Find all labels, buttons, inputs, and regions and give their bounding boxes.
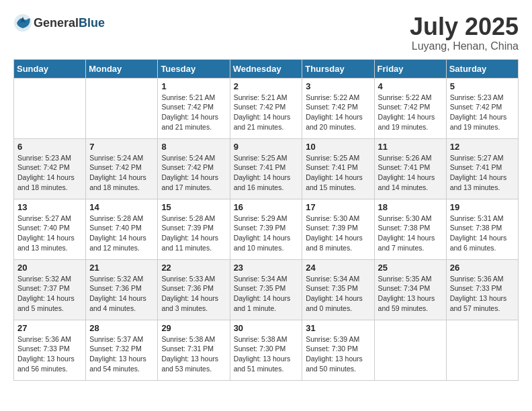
logo: GeneralBlue <box>13 13 105 32</box>
calendar-day-cell: 14Sunrise: 5:28 AM Sunset: 7:40 PM Dayli… <box>86 199 158 259</box>
calendar-day-cell: 1Sunrise: 5:21 AM Sunset: 7:42 PM Daylig… <box>158 78 230 138</box>
calendar-day-cell: 25Sunrise: 5:35 AM Sunset: 7:34 PM Dayli… <box>374 259 446 320</box>
day-number: 18 <box>378 202 443 212</box>
day-number: 10 <box>306 142 370 152</box>
calendar-day-cell: 30Sunrise: 5:38 AM Sunset: 7:30 PM Dayli… <box>230 320 302 380</box>
weekday-header-row: SundayMondayTuesdayWednesdayThursdayFrid… <box>14 59 519 78</box>
logo-general: General <box>34 16 79 30</box>
day-number: 28 <box>89 323 154 333</box>
calendar-day-cell <box>374 320 446 380</box>
calendar-day-cell: 20Sunrise: 5:32 AM Sunset: 7:37 PM Dayli… <box>14 259 86 320</box>
day-detail: Sunrise: 5:22 AM Sunset: 7:42 PM Dayligh… <box>306 93 370 132</box>
day-number: 29 <box>161 323 226 333</box>
day-detail: Sunrise: 5:25 AM Sunset: 7:41 PM Dayligh… <box>234 153 299 193</box>
calendar-day-cell: 3Sunrise: 5:22 AM Sunset: 7:42 PM Daylig… <box>302 78 374 138</box>
day-detail: Sunrise: 5:28 AM Sunset: 7:39 PM Dayligh… <box>161 214 226 253</box>
weekday-header: Friday <box>374 59 446 78</box>
day-detail: Sunrise: 5:21 AM Sunset: 7:42 PM Dayligh… <box>234 93 299 132</box>
day-number: 15 <box>161 202 226 212</box>
logo-text: GeneralBlue <box>34 16 105 30</box>
calendar-day-cell: 8Sunrise: 5:24 AM Sunset: 7:42 PM Daylig… <box>158 138 230 199</box>
day-number: 17 <box>306 202 370 212</box>
day-detail: Sunrise: 5:36 AM Sunset: 7:33 PM Dayligh… <box>17 334 82 374</box>
day-number: 1 <box>161 81 226 91</box>
calendar-week-row: 20Sunrise: 5:32 AM Sunset: 7:37 PM Dayli… <box>14 259 519 320</box>
day-detail: Sunrise: 5:24 AM Sunset: 7:42 PM Dayligh… <box>161 153 226 193</box>
day-number: 26 <box>450 263 515 273</box>
day-number: 16 <box>234 202 299 212</box>
day-detail: Sunrise: 5:26 AM Sunset: 7:41 PM Dayligh… <box>378 153 443 193</box>
calendar-day-cell: 7Sunrise: 5:24 AM Sunset: 7:42 PM Daylig… <box>86 138 158 199</box>
day-detail: Sunrise: 5:34 AM Sunset: 7:35 PM Dayligh… <box>234 274 299 314</box>
day-number: 14 <box>89 202 154 212</box>
day-number: 7 <box>89 142 154 152</box>
day-number: 11 <box>378 142 443 152</box>
day-number: 27 <box>17 323 82 333</box>
calendar-day-cell: 12Sunrise: 5:27 AM Sunset: 7:41 PM Dayli… <box>446 138 518 199</box>
day-detail: Sunrise: 5:30 AM Sunset: 7:39 PM Dayligh… <box>306 214 370 253</box>
day-detail: Sunrise: 5:36 AM Sunset: 7:33 PM Dayligh… <box>450 274 515 314</box>
day-detail: Sunrise: 5:33 AM Sunset: 7:36 PM Dayligh… <box>161 274 226 314</box>
calendar-day-cell: 11Sunrise: 5:26 AM Sunset: 7:41 PM Dayli… <box>374 138 446 199</box>
calendar-day-cell: 27Sunrise: 5:36 AM Sunset: 7:33 PM Dayli… <box>14 320 86 380</box>
day-detail: Sunrise: 5:37 AM Sunset: 7:32 PM Dayligh… <box>89 334 154 374</box>
weekday-header: Saturday <box>446 59 518 78</box>
day-detail: Sunrise: 5:27 AM Sunset: 7:40 PM Dayligh… <box>17 214 82 253</box>
calendar-day-cell: 21Sunrise: 5:32 AM Sunset: 7:36 PM Dayli… <box>86 259 158 320</box>
calendar-day-cell: 13Sunrise: 5:27 AM Sunset: 7:40 PM Dayli… <box>14 199 86 259</box>
weekday-header: Sunday <box>14 59 86 78</box>
day-detail: Sunrise: 5:32 AM Sunset: 7:36 PM Dayligh… <box>89 274 154 314</box>
day-detail: Sunrise: 5:32 AM Sunset: 7:37 PM Dayligh… <box>17 274 82 314</box>
calendar-title: July 2025 <box>410 13 519 40</box>
calendar-day-cell: 19Sunrise: 5:31 AM Sunset: 7:38 PM Dayli… <box>446 199 518 259</box>
calendar-day-cell: 15Sunrise: 5:28 AM Sunset: 7:39 PM Dayli… <box>158 199 230 259</box>
logo-icon <box>13 13 32 32</box>
calendar-day-cell: 2Sunrise: 5:21 AM Sunset: 7:42 PM Daylig… <box>230 78 302 138</box>
calendar-week-row: 1Sunrise: 5:21 AM Sunset: 7:42 PM Daylig… <box>14 78 519 138</box>
day-number: 22 <box>161 263 226 273</box>
calendar-day-cell: 31Sunrise: 5:39 AM Sunset: 7:30 PM Dayli… <box>302 320 374 380</box>
day-detail: Sunrise: 5:24 AM Sunset: 7:42 PM Dayligh… <box>89 153 154 193</box>
title-area: July 2025 Luyang, Henan, China <box>410 13 519 52</box>
day-number: 6 <box>17 142 82 152</box>
day-number: 25 <box>378 263 443 273</box>
calendar-day-cell: 18Sunrise: 5:30 AM Sunset: 7:38 PM Dayli… <box>374 199 446 259</box>
calendar-day-cell: 4Sunrise: 5:22 AM Sunset: 7:42 PM Daylig… <box>374 78 446 138</box>
calendar-day-cell <box>14 78 86 138</box>
calendar-day-cell: 10Sunrise: 5:25 AM Sunset: 7:41 PM Dayli… <box>302 138 374 199</box>
calendar-day-cell: 29Sunrise: 5:38 AM Sunset: 7:31 PM Dayli… <box>158 320 230 380</box>
weekday-header: Tuesday <box>158 59 230 78</box>
calendar-day-cell: 9Sunrise: 5:25 AM Sunset: 7:41 PM Daylig… <box>230 138 302 199</box>
calendar-week-row: 6Sunrise: 5:23 AM Sunset: 7:42 PM Daylig… <box>14 138 519 199</box>
day-number: 13 <box>17 202 82 212</box>
day-number: 12 <box>450 142 515 152</box>
calendar-week-row: 27Sunrise: 5:36 AM Sunset: 7:33 PM Dayli… <box>14 320 519 380</box>
weekday-header: Thursday <box>302 59 374 78</box>
day-detail: Sunrise: 5:30 AM Sunset: 7:38 PM Dayligh… <box>378 214 443 253</box>
day-detail: Sunrise: 5:25 AM Sunset: 7:41 PM Dayligh… <box>306 153 370 193</box>
calendar-day-cell <box>446 320 518 380</box>
day-number: 4 <box>378 81 443 91</box>
day-number: 8 <box>161 142 226 152</box>
calendar-day-cell: 5Sunrise: 5:23 AM Sunset: 7:42 PM Daylig… <box>446 78 518 138</box>
calendar-day-cell: 28Sunrise: 5:37 AM Sunset: 7:32 PM Dayli… <box>86 320 158 380</box>
day-detail: Sunrise: 5:35 AM Sunset: 7:34 PM Dayligh… <box>378 274 443 314</box>
day-detail: Sunrise: 5:21 AM Sunset: 7:42 PM Dayligh… <box>161 93 226 132</box>
day-detail: Sunrise: 5:28 AM Sunset: 7:40 PM Dayligh… <box>89 214 154 253</box>
day-detail: Sunrise: 5:23 AM Sunset: 7:42 PM Dayligh… <box>450 93 515 132</box>
calendar-day-cell: 6Sunrise: 5:23 AM Sunset: 7:42 PM Daylig… <box>14 138 86 199</box>
day-number: 31 <box>306 323 370 333</box>
day-number: 23 <box>234 263 299 273</box>
day-detail: Sunrise: 5:39 AM Sunset: 7:30 PM Dayligh… <box>306 334 370 374</box>
day-number: 21 <box>89 263 154 273</box>
day-number: 20 <box>17 263 82 273</box>
calendar-table: SundayMondayTuesdayWednesdayThursdayFrid… <box>13 59 519 381</box>
day-number: 3 <box>306 81 370 91</box>
calendar-day-cell: 24Sunrise: 5:34 AM Sunset: 7:35 PM Dayli… <box>302 259 374 320</box>
calendar-week-row: 13Sunrise: 5:27 AM Sunset: 7:40 PM Dayli… <box>14 199 519 259</box>
calendar-day-cell: 16Sunrise: 5:29 AM Sunset: 7:39 PM Dayli… <box>230 199 302 259</box>
day-number: 2 <box>234 81 299 91</box>
day-number: 19 <box>450 202 515 212</box>
day-detail: Sunrise: 5:31 AM Sunset: 7:38 PM Dayligh… <box>450 214 515 253</box>
calendar-day-cell: 26Sunrise: 5:36 AM Sunset: 7:33 PM Dayli… <box>446 259 518 320</box>
